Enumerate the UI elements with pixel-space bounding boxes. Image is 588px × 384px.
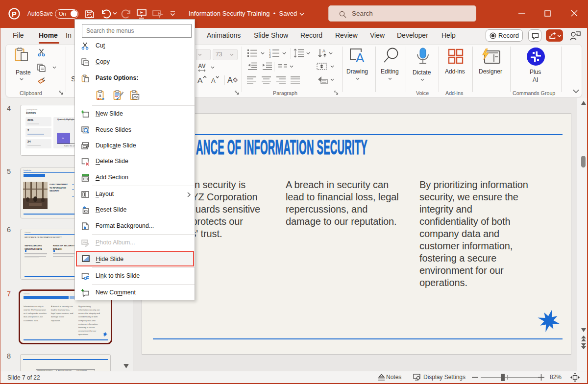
svg-text:A: A <box>197 76 203 84</box>
svg-text:a: a <box>99 93 101 98</box>
svg-text:AV: AV <box>198 63 206 70</box>
svg-text:A: A <box>227 76 233 84</box>
svg-text:A: A <box>356 50 365 63</box>
svg-text:P: P <box>12 10 17 18</box>
svg-text:3: 3 <box>269 55 271 58</box>
svg-text:A: A <box>211 77 216 84</box>
svg-text:A: A <box>322 48 325 53</box>
